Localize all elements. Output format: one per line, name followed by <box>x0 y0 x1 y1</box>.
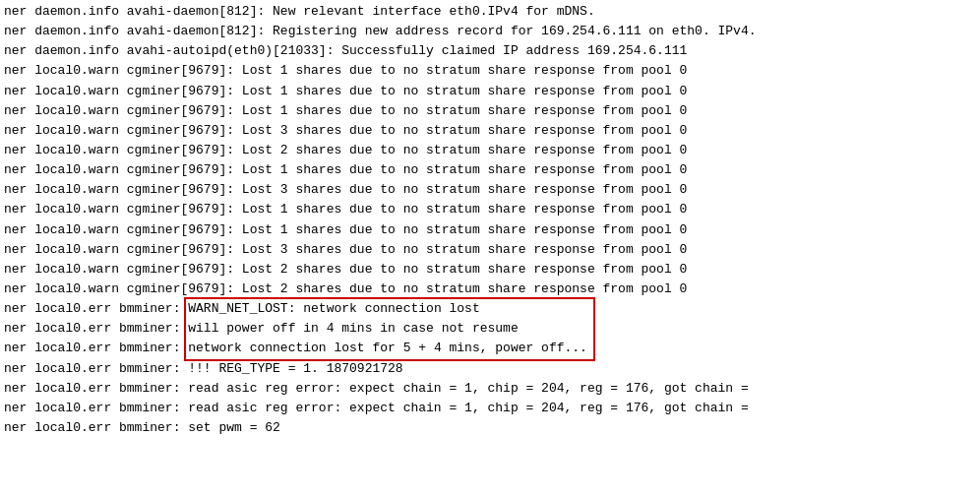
log-line: ner local0.err bmminer: read asic reg er… <box>4 399 976 418</box>
log-line: ner local0.warn cgminer[9679]: Lost 3 sh… <box>4 180 976 200</box>
log-highlight-text: WARN_NET_LOST: network connection lost <box>188 301 479 316</box>
log-prefix: ner local0.err bmminer: <box>4 301 188 316</box>
log-prefix: ner local0.err bmminer: <box>4 341 188 355</box>
log-line: ner daemon.info avahi-autoipd(eth0)[2103… <box>4 41 976 61</box>
log-line: ner local0.err bmminer: !!! REG_TYPE = 1… <box>4 359 976 379</box>
log-line: ner local0.warn cgminer[9679]: Lost 2 sh… <box>4 141 976 160</box>
log-line: ner local0.warn cgminer[9679]: Lost 1 sh… <box>4 220 976 240</box>
log-line: ner local0.warn cgminer[9679]: Lost 1 sh… <box>4 101 976 121</box>
log-line: ner daemon.info avahi-daemon[812]: Regis… <box>4 22 976 41</box>
log-line: ner local0.err bmminer: WARN_NET_LOST: n… <box>4 299 976 319</box>
log-line: ner local0.warn cgminer[9679]: Lost 1 sh… <box>4 200 976 219</box>
log-container: ner daemon.info avahi-daemon[812]: New r… <box>0 0 980 498</box>
log-line: ner local0.warn cgminer[9679]: Lost 2 sh… <box>4 260 976 280</box>
log-line: ner local0.err bmminer: network connecti… <box>4 339 976 358</box>
log-line: ner local0.warn cgminer[9679]: Lost 2 sh… <box>4 280 976 299</box>
log-output: ner daemon.info avahi-daemon[812]: New r… <box>4 2 976 438</box>
log-line: ner local0.err bmminer: set pwm = 62 <box>4 418 976 438</box>
log-line: ner local0.warn cgminer[9679]: Lost 1 sh… <box>4 82 976 101</box>
log-highlight-text: will power off in 4 mins in case not res… <box>188 321 518 336</box>
log-line: ner local0.err bmminer: read asic reg er… <box>4 379 976 399</box>
log-line: ner local0.warn cgminer[9679]: Lost 3 sh… <box>4 240 976 260</box>
log-line: ner local0.warn cgminer[9679]: Lost 1 sh… <box>4 160 976 180</box>
log-line: ner local0.warn cgminer[9679]: Lost 3 sh… <box>4 121 976 141</box>
log-line: ner local0.err bmminer: will power off i… <box>4 319 976 339</box>
log-prefix: ner local0.err bmminer: <box>4 321 188 336</box>
log-highlight-text: network connection lost for 5 + 4 mins, … <box>188 341 587 355</box>
log-line: ner local0.warn cgminer[9679]: Lost 1 sh… <box>4 61 976 81</box>
log-line: ner daemon.info avahi-daemon[812]: New r… <box>4 2 976 22</box>
